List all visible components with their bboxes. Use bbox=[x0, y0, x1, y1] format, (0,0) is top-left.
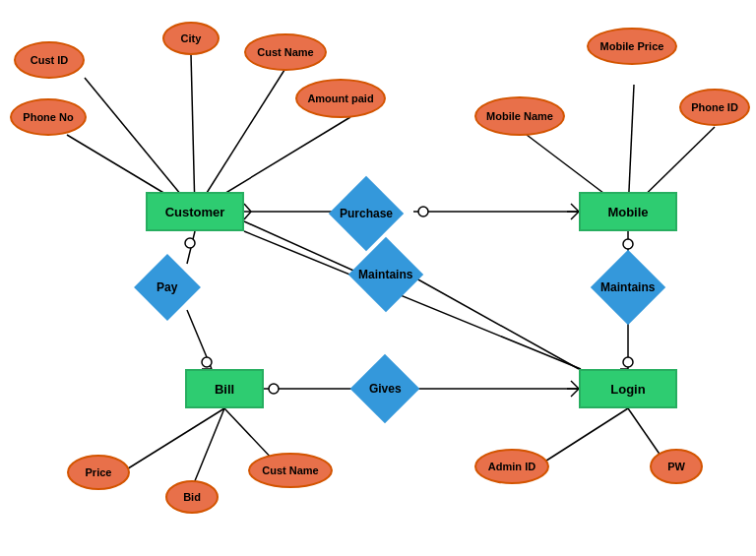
attr-bid: Bid bbox=[165, 480, 219, 514]
svg-line-1 bbox=[191, 54, 195, 212]
svg-line-13 bbox=[571, 204, 579, 212]
attr-mobile-price: Mobile Price bbox=[587, 28, 677, 65]
attr-phone-no: Phone No bbox=[10, 98, 87, 136]
svg-point-19 bbox=[202, 357, 212, 367]
entity-customer: Customer bbox=[146, 192, 244, 231]
svg-point-17 bbox=[185, 238, 195, 248]
attr-pw: PW bbox=[650, 449, 703, 484]
svg-line-30 bbox=[571, 381, 579, 389]
svg-line-2 bbox=[195, 70, 284, 212]
svg-line-34 bbox=[192, 408, 224, 488]
entity-login: Login bbox=[579, 369, 677, 408]
entity-bill: Bill bbox=[185, 369, 264, 408]
svg-line-21 bbox=[244, 231, 581, 369]
svg-line-39 bbox=[408, 274, 579, 369]
attr-mobile-name: Mobile Name bbox=[474, 96, 565, 136]
svg-line-9 bbox=[244, 204, 251, 212]
attr-phone-id: Phone ID bbox=[679, 89, 750, 126]
attr-cust-id: Cust ID bbox=[14, 41, 85, 79]
attr-amount-paid: Amount paid bbox=[295, 79, 386, 118]
svg-line-10 bbox=[244, 212, 251, 219]
attr-city: City bbox=[162, 22, 220, 55]
svg-point-25 bbox=[623, 357, 633, 367]
entity-mobile: Mobile bbox=[579, 192, 677, 231]
attr-cust-name-bill: Cust Name bbox=[248, 453, 333, 488]
attr-price: Price bbox=[67, 455, 130, 490]
svg-point-23 bbox=[623, 239, 633, 249]
svg-line-31 bbox=[571, 389, 579, 397]
svg-point-28 bbox=[269, 384, 279, 394]
svg-line-38 bbox=[244, 221, 360, 274]
svg-line-14 bbox=[571, 212, 579, 219]
er-diagram: Customer Mobile Bill Login Purchase Pay … bbox=[0, 0, 756, 556]
attr-admin-id: Admin ID bbox=[474, 449, 549, 484]
svg-point-12 bbox=[418, 207, 428, 216]
attr-cust-name-top: Cust Name bbox=[244, 33, 327, 71]
